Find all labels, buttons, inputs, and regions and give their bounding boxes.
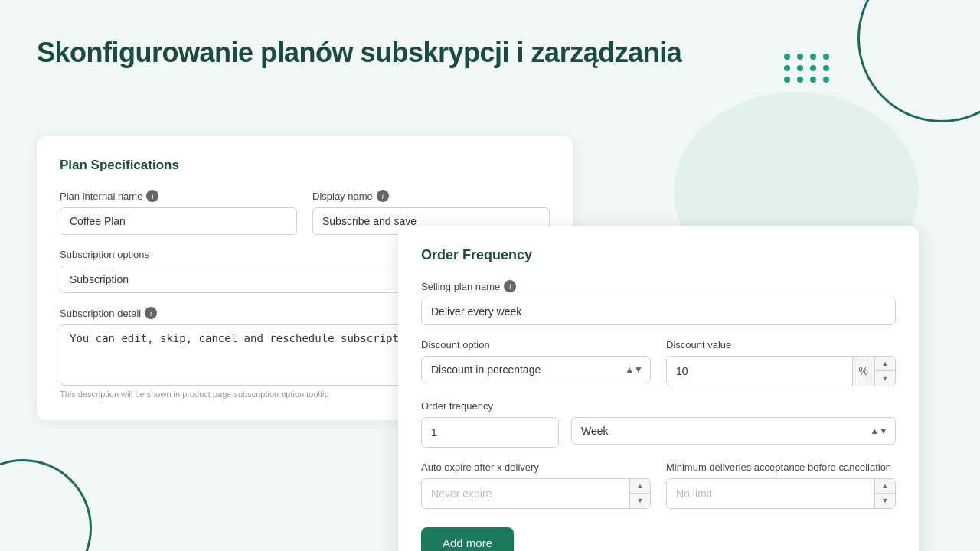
internal-name-input[interactable] — [60, 207, 297, 235]
min-deliveries-col: Minimum deliveries acceptance before can… — [666, 461, 896, 509]
discount-value-col: Discount value % ▲ ▼ — [666, 339, 896, 386]
subscription-detail-info-icon[interactable]: i — [145, 307, 157, 319]
add-more-button[interactable]: Add more — [421, 527, 514, 551]
selling-plan-input[interactable] — [421, 298, 896, 325]
discount-option-select[interactable]: No discount Discount in percentage Disco… — [421, 356, 651, 383]
order-frequency-unit-col: Day Week Month Year ▲▼ — [571, 417, 896, 448]
bg-circle-top-right — [858, 0, 980, 122]
min-deliveries-label: Minimum deliveries acceptance before can… — [666, 461, 896, 473]
discount-row: Discount option No discount Discount in … — [421, 339, 896, 386]
discount-option-select-wrapper: No discount Discount in percentage Disco… — [421, 356, 651, 383]
discount-value-down-btn[interactable]: ▼ — [875, 371, 895, 386]
discount-option-col: Discount option No discount Discount in … — [421, 339, 651, 386]
dots-grid — [784, 54, 831, 83]
internal-name-group: Plan internal name i — [60, 190, 297, 235]
order-frequency-unit-select-wrapper: Day Week Month Year ▲▼ — [571, 417, 896, 445]
display-name-label: Display name i — [312, 190, 550, 202]
bg-circle-bottom-left — [0, 459, 92, 551]
internal-name-label: Plan internal name i — [60, 190, 297, 202]
expire-deliveries-row: Auto expire after x delivery ▲ ▼ Minimum… — [421, 461, 896, 509]
selling-plan-info-icon[interactable]: i — [504, 280, 516, 292]
selling-plan-label: Selling plan name i — [421, 280, 896, 292]
discount-value-input[interactable] — [667, 357, 852, 386]
auto-expire-up-btn[interactable]: ▲ — [630, 479, 650, 494]
auto-expire-col: Auto expire after x delivery ▲ ▼ — [421, 461, 651, 509]
order-frequency-label: Order frequency — [421, 400, 896, 412]
page-title: Skonfigurowanie planów subskrypcji i zar… — [37, 37, 681, 69]
min-deliveries-input[interactable] — [667, 479, 874, 508]
auto-expire-input[interactable] — [422, 479, 629, 508]
auto-expire-label: Auto expire after x delivery — [421, 461, 651, 473]
auto-expire-spinner: ▲ ▼ — [629, 479, 650, 508]
order-frequency-title: Order Frequency — [421, 247, 896, 263]
order-frequency-row-container: Order frequency ▲ ▼ Day Week Month — [421, 400, 896, 448]
auto-expire-spinner-group: ▲ ▼ — [421, 478, 651, 509]
order-frequency-unit-select[interactable]: Day Week Month Year — [571, 417, 896, 445]
order-frequency-row: ▲ ▼ Day Week Month Year ▲▼ — [421, 417, 896, 448]
percent-label: % — [852, 357, 874, 386]
order-frequency-num-input[interactable] — [422, 418, 559, 447]
min-deliveries-down-btn[interactable]: ▼ — [875, 494, 895, 508]
selling-plan-group: Selling plan name i — [421, 280, 896, 325]
min-deliveries-up-btn[interactable]: ▲ — [875, 479, 895, 494]
auto-expire-down-btn[interactable]: ▼ — [630, 494, 650, 508]
discount-value-label: Discount value — [666, 339, 896, 350]
discount-value-spinner: ▲ ▼ — [874, 357, 895, 386]
discount-option-label: Discount option — [421, 339, 651, 350]
display-name-info-icon[interactable]: i — [377, 190, 389, 202]
order-frequency-spinner-group: ▲ ▼ — [421, 417, 559, 448]
plan-card-title: Plan Specifications — [60, 158, 550, 173]
order-frequency-card: Order Frequency Selling plan name i Disc… — [398, 226, 919, 551]
order-frequency-num-col: ▲ ▼ — [421, 417, 559, 448]
min-deliveries-spinner: ▲ ▼ — [874, 479, 895, 508]
discount-value-group: % ▲ ▼ — [666, 356, 896, 386]
internal-name-info-icon[interactable]: i — [146, 190, 158, 202]
discount-value-up-btn[interactable]: ▲ — [875, 357, 895, 371]
min-deliveries-spinner-group: ▲ ▼ — [666, 478, 896, 509]
